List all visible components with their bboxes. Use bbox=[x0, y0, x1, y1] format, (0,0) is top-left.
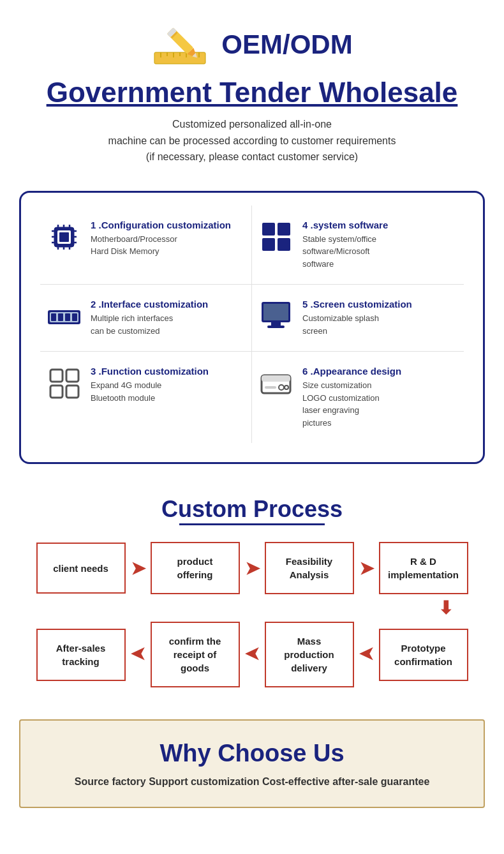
custom-item-1: 1 .Configuration customization Motherboa… bbox=[40, 206, 252, 285]
item-text-1: 1 .Configuration customization Motherboa… bbox=[91, 220, 231, 258]
item-text-2: 2 .Interface customization Multiple rich… bbox=[91, 299, 208, 337]
arrow-1: ➤ bbox=[126, 558, 151, 579]
process-title: Custom Process bbox=[161, 496, 343, 523]
svg-rect-39 bbox=[263, 304, 288, 320]
flow-box-aftersales: After-salestracking bbox=[36, 629, 126, 681]
svg-point-49 bbox=[285, 386, 288, 389]
gov-title: Government Tender Wholesale bbox=[26, 77, 478, 109]
flow-box-client-needs: client needs bbox=[36, 543, 126, 594]
item-title-2: 2 .Interface customization bbox=[91, 299, 208, 310]
arrow-6: ➤ bbox=[354, 644, 379, 665]
header-section: OEM/ODM Government Tender Wholesale Cust… bbox=[0, 0, 504, 178]
item-desc-5: Customizable splashscreen bbox=[302, 312, 412, 337]
custom-item-6: 6 .Appearance design Size customizationL… bbox=[252, 352, 464, 443]
svg-rect-41 bbox=[267, 326, 285, 328]
svg-rect-37 bbox=[72, 313, 77, 321]
item-desc-4: Stable system/officesoftware/Microsoftso… bbox=[302, 233, 388, 271]
item-title-6: 6 .Appearance design bbox=[302, 366, 401, 377]
process-section: Custom Process client needs ➤ productoff… bbox=[0, 477, 504, 707]
flow-box-feasibility: FeasibilityAnalysis bbox=[265, 542, 354, 594]
oem-title: OEM/ODM bbox=[221, 29, 352, 60]
arrow-2: ➤ bbox=[240, 558, 265, 579]
svg-rect-28 bbox=[262, 223, 275, 236]
item-title-4: 4 .system software bbox=[302, 220, 388, 230]
grid-icon bbox=[47, 366, 82, 401]
item-text-3: 3 .Function customization Expand 4G modu… bbox=[91, 366, 209, 404]
subtitle: Customized personalized all-in-onemachin… bbox=[26, 116, 478, 165]
item-text-5: 5 .Screen customization Customizable spl… bbox=[302, 299, 412, 337]
item-desc-6: Size customizationLOGO customizationlase… bbox=[302, 379, 401, 429]
item-desc-3: Expand 4G moduleBluetooth module bbox=[91, 379, 209, 404]
item-desc-2: Multiple rich interfacescan be customize… bbox=[91, 312, 208, 337]
device-icon bbox=[258, 366, 293, 401]
svg-point-48 bbox=[279, 385, 284, 390]
svg-rect-42 bbox=[50, 370, 63, 382]
svg-rect-15 bbox=[59, 232, 69, 242]
flow-box-confirm: confirm thereceipt ofgoods bbox=[151, 622, 240, 687]
why-section: Why Choose Us Source factory Support cus… bbox=[19, 719, 485, 808]
arrow-3: ➤ bbox=[354, 558, 379, 579]
svg-rect-31 bbox=[278, 238, 290, 251]
item-title-5: 5 .Screen customization bbox=[302, 299, 412, 310]
item-text-4: 4 .system software Stable system/offices… bbox=[302, 220, 388, 271]
item-title-3: 3 .Function customization bbox=[91, 366, 209, 377]
custom-item-3: 3 .Function customization Expand 4G modu… bbox=[40, 352, 252, 443]
svg-rect-30 bbox=[262, 238, 275, 251]
why-title: Why Choose Us bbox=[33, 740, 471, 767]
flow-box-rd: R & Dimplementation bbox=[379, 542, 468, 594]
custom-item-5: 5 .Screen customization Customizable spl… bbox=[252, 285, 464, 352]
windows-icon bbox=[258, 220, 293, 255]
flow-box-prototype: Prototypeconfirmation bbox=[379, 629, 468, 681]
svg-rect-47 bbox=[262, 375, 290, 382]
custom-grid: 1 .Configuration customization Motherboa… bbox=[40, 206, 464, 444]
svg-rect-35 bbox=[58, 313, 63, 321]
svg-rect-45 bbox=[66, 386, 78, 398]
why-subtitle: Source factory Support customization Cos… bbox=[33, 776, 471, 788]
item-desc-1: Motherboard/ProcessorHard Disk Memory bbox=[91, 233, 231, 258]
interface-icon bbox=[47, 299, 82, 334]
arrow-4: ➤ bbox=[126, 644, 151, 665]
flow-row-1: client needs ➤ productoffering ➤ Feasibi… bbox=[13, 542, 491, 594]
custom-item-2: 2 .Interface customization Multiple rich… bbox=[40, 285, 252, 352]
customization-box: 1 .Configuration customization Motherboa… bbox=[19, 191, 485, 465]
item-title-1: 1 .Configuration customization bbox=[91, 220, 231, 230]
chip-icon bbox=[47, 220, 82, 255]
flow-row-2: After-salestracking ➤ confirm thereceipt… bbox=[13, 622, 491, 687]
svg-rect-43 bbox=[66, 370, 78, 382]
flow-box-mass: Massproductiondelivery bbox=[265, 622, 354, 687]
header-top: OEM/ODM bbox=[26, 19, 478, 70]
monitor-icon bbox=[258, 299, 293, 334]
item-text-6: 6 .Appearance design Size customizationL… bbox=[302, 366, 401, 429]
arrow-5: ➤ bbox=[240, 644, 265, 665]
svg-rect-40 bbox=[271, 322, 281, 326]
svg-rect-34 bbox=[51, 313, 56, 321]
svg-rect-50 bbox=[265, 386, 276, 389]
flow-down-arrow: ⬇ bbox=[13, 597, 491, 618]
custom-item-4: 4 .system software Stable system/offices… bbox=[252, 206, 464, 285]
svg-rect-44 bbox=[50, 386, 63, 398]
svg-rect-29 bbox=[278, 223, 290, 236]
flow-box-product-offering: productoffering bbox=[151, 542, 240, 594]
svg-rect-36 bbox=[65, 313, 70, 321]
pencil-ruler-icon bbox=[151, 19, 209, 70]
